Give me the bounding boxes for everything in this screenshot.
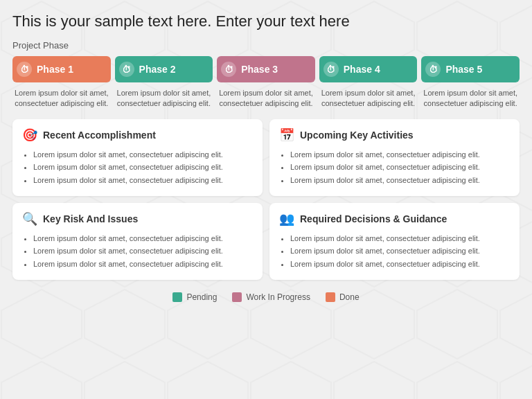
phase-col-4: ⏱Phase 4Lorem ipsum dolor sit amet, cons…	[319, 56, 418, 109]
list-item: Lorem ipsum dolor sit amet, consectetuer…	[33, 233, 253, 244]
activities-icon: 📅	[279, 127, 294, 143]
phase-button-3[interactable]: ⏱Phase 3	[217, 56, 315, 82]
phase-icon-2: ⏱	[119, 62, 134, 77]
decisions-list: Lorem ipsum dolor sit amet, consectetuer…	[279, 233, 510, 269]
project-phase-label: Project Phase	[12, 40, 520, 51]
phase-description-4: Lorem ipsum dolor sit amet, consectetuer…	[319, 88, 418, 109]
list-item: Lorem ipsum dolor sit amet, consectetuer…	[33, 162, 253, 172]
accomplishment-card: 🎯 Recent Accomplishment Lorem ipsum dolo…	[12, 119, 263, 196]
decisions-card: 👥 Required Decisions & Guidance Lorem ip…	[269, 203, 520, 280]
list-item: Lorem ipsum dolor sit amet, consectetuer…	[33, 246, 253, 256]
list-item: Lorem ipsum dolor sit amet, consectetuer…	[33, 175, 253, 186]
phase-icon-4: ⏱	[323, 62, 339, 77]
risks-header: 🔍 Key Risk And Issues	[22, 211, 253, 227]
phase-col-1: ⏱Phase 1Lorem ipsum dolor sit amet, cons…	[12, 56, 111, 109]
phase-description-3: Lorem ipsum dolor sit amet, consectetuer…	[217, 88, 315, 109]
phase-button-2[interactable]: ⏱Phase 2	[115, 56, 213, 82]
activities-card: 📅 Upcoming Key Activities Lorem ipsum do…	[269, 119, 520, 196]
risks-card: 🔍 Key Risk And Issues Lorem ipsum dolor …	[12, 203, 263, 280]
legend-label-0: Pending	[186, 292, 217, 302]
list-item: Lorem ipsum dolor sit amet, consectetuer…	[290, 175, 510, 186]
phase-label-4: Phase 4	[344, 64, 380, 75]
risks-title: Key Risk And Issues	[43, 213, 138, 224]
list-item: Lorem ipsum dolor sit amet, consectetuer…	[290, 246, 510, 256]
accomplishment-icon: 🎯	[22, 127, 37, 143]
activities-list: Lorem ipsum dolor sit amet, consectetuer…	[279, 150, 510, 186]
phase-col-2: ⏱Phase 2Lorem ipsum dolor sit amet, cons…	[115, 56, 213, 109]
legend-label-1: Work In Progress	[246, 292, 310, 302]
bottom-grid: 🎯 Recent Accomplishment Lorem ipsum dolo…	[12, 119, 520, 280]
accomplishment-list: Lorem ipsum dolor sit amet, consectetuer…	[22, 150, 253, 186]
phase-label-5: Phase 5	[445, 64, 482, 75]
decisions-title: Required Decisions & Guidance	[300, 213, 447, 224]
phase-col-3: ⏱Phase 3Lorem ipsum dolor sit amet, cons…	[217, 56, 315, 109]
phase-label-1: Phase 1	[37, 64, 73, 75]
phase-col-5: ⏱Phase 5Lorem ipsum dolor sit amet, cons…	[421, 56, 520, 109]
legend-item-0: Pending	[172, 292, 217, 302]
legend-label-2: Done	[339, 292, 360, 302]
activities-title: Upcoming Key Activities	[300, 130, 414, 141]
phases-row: ⏱Phase 1Lorem ipsum dolor sit amet, cons…	[12, 56, 520, 109]
decisions-icon: 👥	[279, 211, 294, 227]
list-item: Lorem ipsum dolor sit amet, consectetuer…	[33, 150, 253, 160]
phase-label-3: Phase 3	[241, 64, 278, 75]
list-item: Lorem ipsum dolor sit amet, consectetuer…	[290, 233, 510, 244]
legend-item-1: Work In Progress	[232, 292, 310, 302]
phase-button-1[interactable]: ⏱Phase 1	[12, 56, 111, 82]
list-item: Lorem ipsum dolor sit amet, consectetuer…	[290, 162, 510, 172]
legend-dot-2	[326, 292, 335, 302]
phase-button-4[interactable]: ⏱Phase 4	[319, 56, 418, 82]
list-item: Lorem ipsum dolor sit amet, consectetuer…	[290, 150, 510, 160]
page-title: This is your sample text here. Enter you…	[12, 12, 520, 30]
phase-description-1: Lorem ipsum dolor sit amet, consectetuer…	[12, 88, 111, 109]
legend-dot-0	[172, 292, 182, 302]
accomplishment-title: Recent Accomplishment	[43, 130, 156, 141]
activities-header: 📅 Upcoming Key Activities	[279, 127, 510, 143]
legend-item-2: Done	[326, 292, 360, 302]
risks-list: Lorem ipsum dolor sit amet, consectetuer…	[22, 233, 253, 269]
legend: PendingWork In ProgressDone	[12, 288, 520, 302]
phase-icon-5: ⏱	[425, 62, 441, 77]
decisions-header: 👥 Required Decisions & Guidance	[279, 211, 510, 227]
list-item: Lorem ipsum dolor sit amet, consectetuer…	[33, 259, 253, 269]
phase-label-2: Phase 2	[139, 64, 176, 75]
list-item: Lorem ipsum dolor sit amet, consectetuer…	[290, 259, 510, 269]
phase-icon-1: ⏱	[17, 62, 32, 77]
accomplishment-header: 🎯 Recent Accomplishment	[22, 127, 253, 143]
risks-icon: 🔍	[22, 211, 37, 227]
phase-description-2: Lorem ipsum dolor sit amet, consectetuer…	[115, 88, 213, 109]
phase-icon-3: ⏱	[221, 62, 236, 77]
phase-description-5: Lorem ipsum dolor sit amet, consectetuer…	[421, 88, 520, 109]
legend-dot-1	[232, 292, 242, 302]
phase-button-5[interactable]: ⏱Phase 5	[421, 56, 520, 82]
